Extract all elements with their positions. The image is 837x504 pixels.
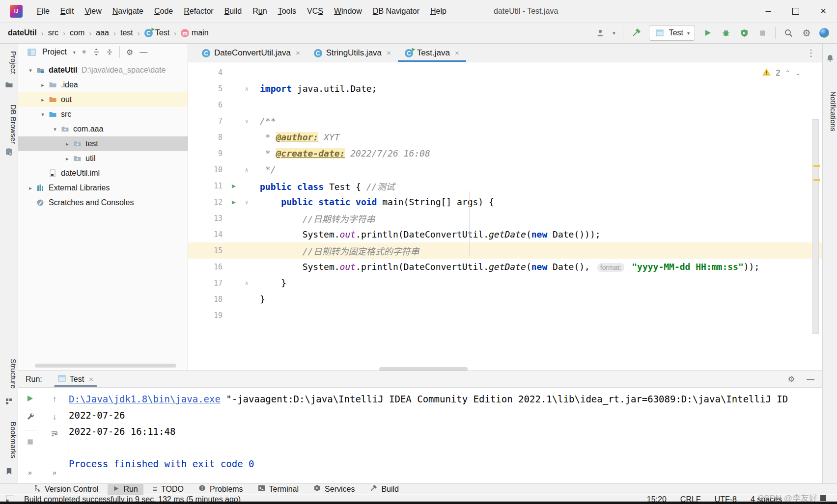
code-line-5[interactable]: 5∧import java.util.Date;	[188, 80, 822, 97]
menu-code[interactable]: Code	[149, 0, 178, 22]
code-line-15[interactable]: 15 //日期转为固定格式的字符串	[188, 242, 822, 259]
code-line-19[interactable]: 19	[188, 307, 822, 323]
code-line-9[interactable]: 9 * @create-date: 2022/7/26 16:08	[188, 145, 822, 161]
menu-help[interactable]: Help	[425, 0, 452, 22]
code-line-13[interactable]: 13 //日期转为字符串	[188, 210, 822, 226]
toolwindow-button-version-control[interactable]: Version Control	[28, 484, 104, 495]
run-tab[interactable]: Test ×	[54, 371, 97, 387]
code-line-4[interactable]: 4	[188, 64, 822, 80]
run-tab-close-icon[interactable]: ×	[89, 375, 93, 383]
minimize-button[interactable]: –	[754, 0, 782, 22]
tree-item-dateutil-iml[interactable]: dateUtil.iml	[18, 166, 188, 181]
tree-item-util[interactable]: ▸util	[18, 151, 188, 166]
menu-db-navigator[interactable]: DB Navigator	[367, 0, 425, 22]
down-stack-trace-icon[interactable]: ↓	[53, 412, 57, 422]
prev-problem-icon[interactable]: ⌃	[785, 69, 790, 77]
rerun-button[interactable]	[26, 395, 34, 404]
tree-item-external-libraries[interactable]: ▸External Libraries	[18, 181, 188, 195]
code-line-7[interactable]: 7∨/**	[188, 113, 822, 129]
bookmark-flag-icon[interactable]	[0, 468, 18, 475]
next-problem-icon[interactable]: ⌃	[795, 69, 801, 77]
run-settings-gear-icon[interactable]: ⚙	[788, 374, 795, 384]
debug-button[interactable]	[721, 27, 731, 39]
tree-item-test[interactable]: ▸test	[18, 136, 188, 151]
code-line-14[interactable]: 14 System.out.println(DateConvertUtil.ge…	[188, 226, 822, 242]
toolwindow-button-problems[interactable]: Problems	[193, 484, 249, 495]
run-hide-icon[interactable]: —	[807, 375, 814, 384]
code-line-18[interactable]: 18}	[188, 291, 822, 307]
tab-close-icon[interactable]: ×	[296, 49, 300, 57]
search-everywhere-icon[interactable]	[783, 27, 794, 39]
breadcrumb-item-test[interactable]: test	[120, 28, 133, 37]
settings-gear-icon[interactable]: ⚙	[801, 27, 812, 39]
stop-process-button[interactable]	[27, 438, 34, 448]
stop-button[interactable]	[757, 27, 768, 39]
structure-icon[interactable]	[0, 398, 18, 405]
sidebar-item-structure[interactable]: Structure	[0, 354, 18, 393]
menu-file[interactable]: File	[31, 0, 55, 22]
menu-build[interactable]: Build	[219, 0, 248, 22]
menu-vcs[interactable]: VCS	[302, 0, 329, 22]
code-line-6[interactable]: 6	[188, 97, 822, 113]
coverage-button[interactable]	[739, 27, 750, 39]
tabs-more-icon[interactable]: ⋮	[807, 48, 815, 58]
toolwindow-button-services[interactable]: Services	[308, 484, 360, 495]
menu-tools[interactable]: Tools	[273, 0, 302, 22]
modify-run-config-wrench-icon[interactable]	[26, 412, 34, 422]
more-actions-icon[interactable]: »	[28, 469, 32, 477]
fold-marker-icon[interactable]: ∧	[240, 280, 253, 287]
soft-wrap-icon[interactable]	[51, 430, 58, 440]
tree-chevron-icon[interactable]: ▾	[37, 111, 49, 118]
menu-view[interactable]: View	[79, 0, 107, 22]
tree-chevron-icon[interactable]: ▸	[37, 82, 49, 88]
warning-stripe-mark[interactable]	[813, 165, 820, 167]
code-line-12[interactable]: 12▶∨ public static void main(String[] ar…	[188, 194, 822, 210]
up-stack-trace-icon[interactable]: ↑	[53, 395, 57, 404]
project-horizontal-scrollbar[interactable]	[35, 364, 176, 368]
sidebar-item-db-browser[interactable]: DB Browser	[0, 104, 18, 145]
toolwindow-button-todo[interactable]: ≡TODO	[147, 484, 189, 495]
tab-test-java[interactable]: C▶Test.java×	[398, 44, 466, 62]
breadcrumb-item-aaa[interactable]: aaa	[96, 28, 109, 37]
maximize-button[interactable]	[782, 0, 809, 22]
tab-stringutils-java[interactable]: CStringUtils.java×	[307, 44, 398, 62]
project-folder-icon[interactable]	[0, 81, 18, 89]
toolwindow-button-terminal[interactable]: Terminal	[252, 484, 304, 495]
run-gutter-icon[interactable]: ▶	[227, 198, 240, 206]
console-link[interactable]: D:\Java\jdk1.8\bin\java.exe	[69, 394, 221, 404]
code-editor[interactable]: 45∧import java.util.Date;67∨/**8 * @auth…	[188, 62, 822, 371]
tree-chevron-icon[interactable]: ▾	[25, 67, 36, 74]
breadcrumb-item-main[interactable]: mmain	[181, 28, 209, 38]
tree-item-out[interactable]: ▸out	[18, 92, 188, 107]
code-line-8[interactable]: 8 * @author: XYT	[188, 129, 822, 145]
breadcrumb-item-com[interactable]: com	[70, 28, 84, 37]
menu-navigate[interactable]: Navigate	[107, 0, 149, 22]
toolwindow-button-build[interactable]: Build	[364, 484, 404, 495]
sidebar-item-project[interactable]: Project	[0, 46, 18, 79]
toolwindow-button-run[interactable]: Run	[108, 484, 143, 495]
tree-item-dateutil[interactable]: ▾dateUtil D:\java\idea_space\date	[18, 63, 188, 78]
tab-dateconvertutil-java[interactable]: CDateConvertUtil.java×	[195, 44, 307, 62]
tree-chevron-icon[interactable]: ▸	[37, 97, 49, 103]
fold-marker-icon[interactable]: ∨	[240, 118, 253, 125]
profile-dropdown-icon[interactable]: ▾	[613, 30, 615, 36]
tree-item-idea[interactable]: ▸.idea	[18, 78, 188, 92]
close-button[interactable]: ×	[809, 0, 837, 22]
tab-close-icon[interactable]: ×	[455, 49, 459, 57]
menu-edit[interactable]: Edit	[55, 0, 80, 22]
sidebar-item-notifications[interactable]: Notifications	[823, 67, 837, 156]
breadcrumb-item-test[interactable]: C▶Test	[144, 28, 169, 38]
build-hammer-icon[interactable]	[631, 27, 642, 39]
sidebar-item-bookmarks[interactable]: Bookmarks	[0, 418, 18, 463]
fold-marker-icon[interactable]: ∧	[240, 166, 253, 173]
menu-refactor[interactable]: Refactor	[178, 0, 219, 22]
run-gutter-icon[interactable]: ▶	[227, 182, 240, 189]
profile-icon[interactable]	[595, 27, 606, 39]
tree-item-com-aaa[interactable]: ▾com.aaa	[18, 122, 188, 136]
tree-item-scratches-and-consoles[interactable]: Scratches and Consoles	[18, 195, 188, 210]
code-line-17[interactable]: 17∧ }	[188, 275, 822, 291]
tree-item-src[interactable]: ▾src	[18, 107, 188, 122]
fold-marker-icon[interactable]: ∨	[240, 199, 253, 206]
tree-chevron-icon[interactable]: ▸	[61, 156, 73, 162]
notifications-bell-icon[interactable]	[823, 54, 837, 62]
